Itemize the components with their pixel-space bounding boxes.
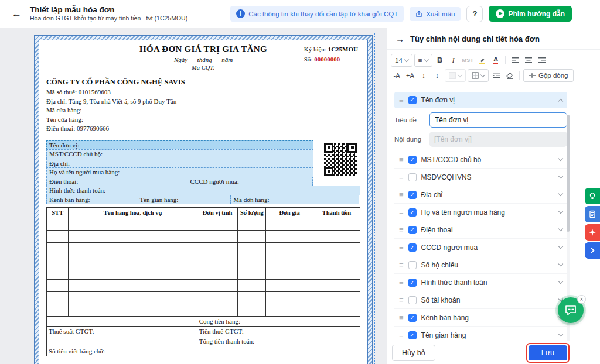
number-label: Số: — [304, 56, 313, 63]
row-height-button[interactable]: ↕ — [431, 70, 443, 81]
chevron-down-icon[interactable] — [558, 244, 563, 249]
mst-button[interactable]: MST — [461, 54, 475, 66]
align-right-icon — [538, 57, 546, 63]
highlight-color-button[interactable] — [476, 54, 488, 66]
buyer-field-booth-name[interactable]: Tên gian hàng: — [137, 195, 231, 205]
chevron-down-icon[interactable] — [558, 262, 563, 266]
section-item[interactable]: ≡ ✓ Điện thoại — [394, 221, 567, 239]
section-item[interactable]: ≡ ✓ Kênh bán hàng — [394, 309, 567, 327]
section-checkbox[interactable]: ✓ — [408, 208, 417, 217]
drag-handle-icon[interactable]: ≡ — [399, 208, 404, 217]
section-checkbox[interactable]: ✓ — [408, 261, 417, 269]
buyer-field-name[interactable]: Họ và tên người mua hàng: — [46, 167, 313, 177]
collapse-sidebar-icon[interactable]: → — [396, 34, 404, 44]
save-button[interactable]: Lưu — [529, 345, 567, 360]
indent-button[interactable] — [490, 70, 502, 81]
back-button[interactable]: ← — [9, 8, 24, 20]
drag-handle-icon[interactable]: ≡ — [399, 313, 404, 322]
merge-rows-button[interactable]: Gộp dòng — [523, 69, 574, 82]
play-icon — [496, 9, 504, 18]
line-spacing-select[interactable]: ≡ — [414, 54, 432, 67]
cqt-info-button[interactable]: i Các thông tin khi thay đổi cần lập tờ … — [230, 6, 404, 22]
section-checkbox[interactable]: ✓ — [408, 96, 417, 104]
drag-handle-icon[interactable]: ≡ — [399, 155, 404, 164]
cancel-button[interactable]: Hủy bỏ — [392, 345, 435, 361]
fill-color-select[interactable] — [445, 69, 466, 82]
section-checkbox[interactable]: ✓ — [408, 156, 417, 164]
chevron-down-icon[interactable] — [558, 156, 563, 161]
buyer-field-payment-method[interactable]: Hình thức thanh toán: — [46, 186, 360, 195]
section-item[interactable]: ≡ ✓ Số tài khoản — [394, 291, 567, 309]
section-checkbox[interactable]: ✓ — [408, 314, 417, 322]
align-left-button[interactable] — [509, 54, 521, 66]
drag-handle-icon[interactable]: ≡ — [399, 296, 404, 304]
drag-handle-icon[interactable]: ≡ — [399, 331, 404, 339]
section-checkbox[interactable]: ✓ — [408, 243, 417, 252]
drag-handle-icon[interactable]: ≡ — [399, 173, 404, 181]
font-size-select[interactable]: 14 — [391, 54, 412, 67]
section-item-header[interactable]: ≡ ✓ Tên đơn vị — [394, 92, 567, 108]
buyer-field-cccd[interactable]: CCCD người mua: — [187, 177, 312, 187]
section-checkbox[interactable]: ✓ — [408, 173, 417, 181]
docs-button[interactable] — [585, 206, 600, 222]
buyer-field-address[interactable]: Địa chỉ: — [46, 159, 313, 169]
invoice-preview[interactable]: Ký hiệu: 1C25MOU Số: 00000000 HÓA ĐƠN GI… — [34, 35, 373, 364]
drag-handle-icon[interactable]: ≡ — [399, 225, 404, 234]
video-guide-button[interactable]: Phim hướng dẫn — [489, 6, 572, 22]
section-item[interactable]: ≡ ✓ Họ và tên người mua hàng — [394, 204, 567, 221]
align-left-icon — [512, 57, 519, 63]
chevron-down-icon[interactable] — [558, 226, 563, 231]
align-center-button[interactable] — [523, 54, 534, 66]
section-item[interactable]: ≡ ✓ CCCD người mua — [394, 239, 567, 256]
section-item[interactable]: ≡ ✓ Địa chỉ — [394, 186, 567, 204]
ai-assistant-button[interactable] — [585, 224, 600, 241]
support-chat-button[interactable]: × — [558, 297, 584, 323]
close-chat-icon[interactable]: × — [577, 295, 586, 304]
drag-handle-icon[interactable]: ≡ — [399, 190, 404, 199]
decrease-font-button[interactable]: -A — [391, 70, 403, 81]
text-color-button[interactable]: A — [490, 54, 502, 66]
drag-handle-icon[interactable]: ≡ — [399, 243, 404, 252]
title-input[interactable] — [429, 112, 567, 128]
info-icon: i — [236, 9, 245, 18]
tips-button[interactable] — [585, 188, 600, 204]
border-style-select[interactable] — [468, 69, 489, 82]
invoice-table-empty-row — [47, 267, 360, 280]
buyer-field-mst[interactable]: MST/CCCD chủ hộ: — [46, 149, 313, 159]
chevron-down-icon[interactable] — [558, 209, 563, 214]
chevron-down-icon[interactable] — [558, 279, 563, 284]
drag-handle-icon[interactable]: ≡ — [399, 96, 404, 105]
export-template-button[interactable]: Xuất mẫu — [410, 7, 461, 21]
section-item[interactable]: ≡ ✓ Số hộ chiếu — [394, 256, 567, 274]
align-right-button[interactable] — [536, 54, 548, 66]
chevron-down-icon[interactable] — [558, 174, 563, 178]
collapse-rail-button[interactable] — [585, 242, 600, 259]
section-item[interactable]: ≡ ✓ Hình thức thanh toán — [394, 274, 567, 291]
drag-handle-icon[interactable]: ≡ — [399, 260, 404, 269]
help-button[interactable]: ? — [466, 6, 483, 22]
clear-format-button[interactable] — [504, 70, 516, 81]
chevron-down-icon[interactable] — [558, 332, 563, 336]
content-input[interactable] — [429, 132, 567, 147]
section-item[interactable]: ≡ ✓ MST/CCCD chủ hộ — [394, 151, 567, 169]
section-label: Kênh bán hàng — [421, 314, 554, 322]
section-checkbox[interactable]: ✓ — [408, 226, 417, 234]
section-checkbox[interactable]: ✓ — [408, 296, 417, 304]
increase-font-button[interactable]: +A — [404, 70, 416, 81]
section-checkbox[interactable]: ✓ — [408, 279, 417, 287]
drag-handle-icon[interactable]: ≡ — [399, 278, 404, 287]
section-checkbox[interactable]: ✓ — [408, 331, 417, 339]
buyer-field-sales-channel[interactable]: Kênh bán hàng: — [46, 195, 137, 205]
italic-button[interactable]: I — [448, 54, 459, 66]
letter-spacing-button[interactable]: ↕ — [418, 70, 429, 81]
buyer-field-unit-name[interactable]: Tên đơn vị: — [46, 140, 313, 150]
bold-button[interactable]: B — [434, 54, 446, 66]
buyer-field-order-code[interactable]: Mã đơn hàng: — [230, 195, 359, 205]
section-item[interactable]: ≡ ✓ MSDVCQHVNS — [394, 169, 567, 186]
chevron-up-icon[interactable] — [558, 98, 563, 103]
buyer-field-phone[interactable]: Điện thoại: — [46, 177, 188, 187]
section-checkbox[interactable]: ✓ — [408, 191, 417, 199]
col-qty: Số lượng — [238, 208, 266, 218]
video-guide-label: Phim hướng dẫn — [508, 10, 565, 18]
chevron-down-icon[interactable] — [558, 191, 563, 196]
